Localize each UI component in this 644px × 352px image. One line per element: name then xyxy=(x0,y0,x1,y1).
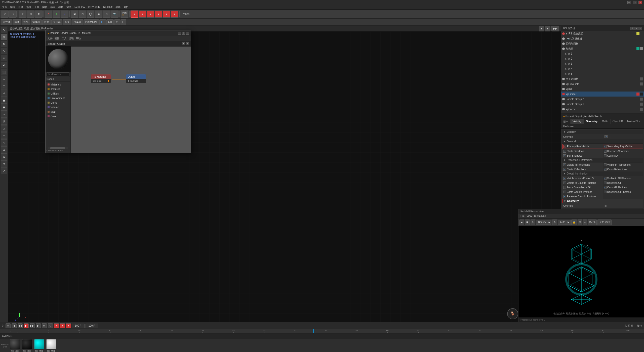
menu-create[interactable]: 创建 xyxy=(18,6,23,9)
scene-item-l5[interactable]: 灯光 5 xyxy=(561,71,644,76)
sg-outcolor-port[interactable] xyxy=(108,80,109,82)
undo-btn[interactable]: ↩ xyxy=(1,11,9,18)
sg-node-output[interactable]: Output Surface xyxy=(126,74,146,83)
z-axis-btn[interactable]: Z xyxy=(61,11,68,18)
rv-auto-select[interactable]: Auto xyxy=(558,220,571,225)
rec6-btn[interactable]: ● xyxy=(171,11,178,18)
menu-window[interactable]: 窗口 xyxy=(124,6,129,9)
rec2-btn[interactable]: ● xyxy=(139,11,146,18)
vp-renderall-btn[interactable]: ▶▶ xyxy=(551,26,559,31)
tc-record[interactable]: ● xyxy=(54,323,59,328)
menu-insydium[interactable]: INSYDIUM xyxy=(88,6,100,9)
timeline-ruler[interactable]: 0 0 5 10 15 20 25 30 35 40 45 50 55 60 6… xyxy=(0,329,644,333)
rv-grid-btn[interactable]: ⊞ xyxy=(578,219,582,225)
caustic-photons-cb[interactable] xyxy=(563,182,566,184)
tab-visibility[interactable]: Visibility xyxy=(571,119,584,124)
scene-item-flow[interactable]: xpFlowField xyxy=(561,81,644,86)
立方体-btn[interactable]: 立方体 xyxy=(1,19,12,25)
secondary-ray-checkbox[interactable] xyxy=(604,145,607,148)
poly-btn[interactable]: ▣ xyxy=(71,11,78,18)
tab-exclusion[interactable]: Exclusion xyxy=(561,124,576,128)
scene-item-camera[interactable]: 📷 LG 摄像机 xyxy=(561,36,644,41)
casts-caustic-cb[interactable] xyxy=(563,191,566,193)
tool-morph[interactable]: M xyxy=(1,160,7,167)
redo-btn[interactable]: ↪ xyxy=(9,11,17,18)
psr-btn[interactable]: PSR0 xyxy=(121,11,128,18)
casts-ao-cb[interactable] xyxy=(604,154,607,157)
tool-soft[interactable]: ⊙ xyxy=(1,125,7,132)
vis-refractions-cb[interactable] xyxy=(604,163,607,166)
mat-swatch-1[interactable]: RS Matt xyxy=(22,339,33,352)
sg-category-color[interactable]: Color xyxy=(46,114,70,118)
scene-item-pg1[interactable]: Particle Group 1 xyxy=(561,102,644,107)
gi-photons-cb[interactable] xyxy=(604,177,607,180)
sg-maximize[interactable]: □ xyxy=(182,32,185,35)
self-shadows-cb[interactable] xyxy=(563,154,566,157)
sg-surface-port[interactable] xyxy=(128,80,129,82)
sg-titlebar[interactable]: ● Redshift Shader Graph - RS Material ─ … xyxy=(46,30,191,36)
camera-btn[interactable]: 📷 xyxy=(111,11,118,18)
rv-beauty-select[interactable]: Beauty xyxy=(536,220,551,225)
tool-joint[interactable]: ⊞ xyxy=(1,146,7,153)
menu-render[interactable]: 渲染 xyxy=(66,6,71,9)
mat-swatch-3[interactable]: RS Matt xyxy=(46,339,57,352)
sg-find-input[interactable] xyxy=(47,72,69,76)
scene-item-rs[interactable]: ▶ RS 渲染设置 xyxy=(561,31,644,36)
sg-category-materials[interactable]: Materials xyxy=(46,82,70,87)
casts-gi-cb[interactable] xyxy=(604,186,607,189)
rv-menu-file[interactable]: File xyxy=(520,215,525,217)
receives-caustic-cb[interactable] xyxy=(563,195,566,198)
scene-btn3[interactable]: + xyxy=(638,27,642,30)
tool-spline[interactable]: ∿ xyxy=(1,139,7,146)
rv-circle-btn[interactable]: ○ xyxy=(583,219,587,225)
sphere-btn[interactable]: ◉ xyxy=(95,11,102,18)
球体-btn[interactable]: 球体 xyxy=(13,19,21,25)
tc-goto-start[interactable]: ⏮ xyxy=(6,323,11,328)
primary-ray-checkbox[interactable] xyxy=(564,145,566,148)
vis-reflections-cb[interactable] xyxy=(563,163,566,166)
tc-play-back[interactable]: ◀◀ xyxy=(18,323,23,328)
x-axis-btn[interactable]: X xyxy=(45,11,52,18)
vp-render-btn[interactable]: ▶ xyxy=(545,26,550,31)
casts-shadows-cb[interactable] xyxy=(563,150,566,153)
vp-preview-btn[interactable]: ■ xyxy=(539,26,544,31)
tab-objectid[interactable]: Object ID xyxy=(611,119,625,124)
scene-item-kill[interactable]: xpKill xyxy=(561,86,644,92)
tool-move[interactable]: ↖ xyxy=(1,27,7,33)
tc-rec2[interactable]: ● xyxy=(60,323,65,328)
menu-edit[interactable]: 编辑 xyxy=(10,6,15,9)
tab-basic[interactable]: 基本 xyxy=(561,119,571,124)
rec5-btn[interactable]: ● xyxy=(163,11,170,18)
scene-item-lights[interactable]: 灯光组 xyxy=(561,46,644,51)
sg-scrollbar[interactable] xyxy=(48,147,68,149)
light-btn[interactable]: ☀ xyxy=(103,11,110,18)
reflection-header[interactable]: ▼ Reflection & Refraction xyxy=(562,158,643,162)
sg-zoom-btn[interactable]: ⊠ xyxy=(186,42,189,45)
scene-item-l2[interactable]: 灯光 2 xyxy=(561,56,644,61)
scene-item-l1[interactable]: 灯光 1 xyxy=(561,51,644,56)
maximize-btn[interactable]: □ xyxy=(633,1,636,4)
scene-item-cache[interactable]: xpCache xyxy=(561,107,644,112)
tab-matte[interactable]: Matte xyxy=(600,119,611,124)
tool-weld[interactable]: ○ xyxy=(1,132,7,139)
menu-anim[interactable]: 动画 xyxy=(50,6,55,9)
rv-refresh-btn[interactable]: ⟳ xyxy=(531,219,535,225)
extra1-btn[interactable]: ⬡ xyxy=(114,19,120,25)
rv-settings-btn[interactable]: ⚙ xyxy=(552,219,557,225)
menu-file[interactable]: 文件 xyxy=(2,6,7,9)
QR-btn[interactable]: QR xyxy=(106,19,114,25)
sg-menu-options[interactable]: 选项 xyxy=(69,37,74,40)
receives-gi-photons-cb[interactable] xyxy=(604,191,607,193)
sg-scrollbar-thumb[interactable] xyxy=(50,147,65,149)
tc-play-fwd2[interactable]: ▶▶ xyxy=(30,323,35,328)
sg-category-textures[interactable]: Textures xyxy=(46,87,70,91)
rec-btn[interactable]: ● xyxy=(131,11,138,18)
select-btn[interactable]: ◻ xyxy=(79,11,86,18)
rotate-btn[interactable]: ↻ xyxy=(35,11,43,18)
extra2-btn[interactable]: ⬡ xyxy=(120,19,126,25)
骨骼-btn[interactable]: 骨骼 xyxy=(42,19,51,25)
rv-stop-btn[interactable]: ⏹ xyxy=(525,219,530,225)
tool-knife[interactable]: ✂ xyxy=(1,76,7,82)
tool-weight[interactable]: W xyxy=(1,153,7,160)
menu-tools[interactable]: 工具 xyxy=(34,6,39,9)
